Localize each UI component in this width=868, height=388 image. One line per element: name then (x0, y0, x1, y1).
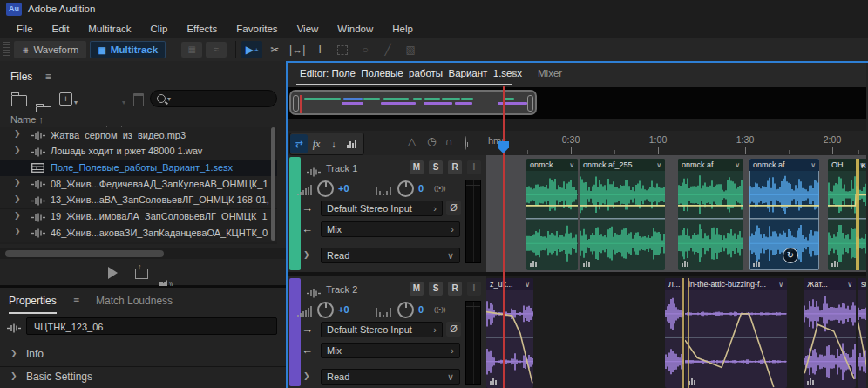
expand-chevron-icon[interactable]: ❯ (14, 194, 21, 203)
file-row[interactable]: ❯46_Жнив...аковаЗИ_ЗапКаданцеваОА_КЦНТК_… (0, 225, 277, 242)
audio-clip[interactable]: su... (858, 278, 866, 388)
route-icon[interactable]: ↓ (325, 134, 342, 153)
receive-icon[interactable]: ((•)) (434, 184, 445, 192)
files-tab[interactable]: Files (10, 71, 32, 83)
clip-gain-icon[interactable] (583, 261, 590, 267)
marker-pin-icon[interactable] (465, 137, 466, 149)
loop-icon[interactable]: ↻ (783, 248, 798, 263)
file-list-horizontal-scrollbar[interactable] (0, 248, 286, 259)
monitor-icon[interactable]: ∩ (445, 135, 453, 147)
phase-invert-button[interactable]: Ø (446, 322, 461, 337)
bus-select[interactable]: Mix› (321, 221, 460, 237)
menu-view[interactable]: View (288, 19, 329, 38)
toggle-clip-moving-icon[interactable]: ⇄ (290, 134, 308, 153)
volume-knob[interactable] (317, 180, 334, 197)
clip-gain-icon[interactable] (688, 378, 695, 385)
audio-clip[interactable]: onmck af...∨↻ (749, 159, 819, 270)
slip-tool[interactable]: |↔| (287, 41, 308, 58)
file-row[interactable]: ❯Жатва_серпом_из_видео.mp3 (0, 127, 277, 145)
metronome-icon[interactable]: △ (408, 135, 416, 147)
search-input[interactable]: ▾ (150, 90, 277, 107)
scrollbar-thumb[interactable] (5, 250, 164, 257)
track-color-strip[interactable] (289, 157, 301, 270)
file-row[interactable]: ❯19_Жнив...имоваЛА_ЗапСоловьевЛГ_ОНМЦК_1 (0, 209, 277, 227)
audio-clip[interactable]: Л... (665, 278, 684, 388)
match-loudness-tab[interactable]: Match Loudness (96, 295, 173, 307)
toolbar-grip[interactable] (3, 41, 10, 58)
menu-edit[interactable]: Edit (43, 19, 79, 38)
audio-clip[interactable]: onmck...∨ (526, 159, 578, 270)
menu-clip[interactable]: Clip (141, 19, 178, 38)
playhead-marker[interactable] (498, 141, 509, 153)
metering-icon[interactable] (342, 134, 360, 153)
solo-button[interactable]: S (429, 160, 443, 174)
clip-gain-icon[interactable] (753, 261, 760, 267)
file-row[interactable]: ❯08_Жнив...ФедичеваАД_ЗапКулевАВ_ОНМЦК_1 (0, 176, 277, 194)
phase-invert-button[interactable]: Ø (446, 201, 461, 215)
expand-chevron-icon[interactable]: ❯ (14, 129, 21, 138)
audio-clip[interactable]: in-the-attic-buzzing-f...∨ (685, 278, 787, 388)
menu-multitrack[interactable]: Multitrack (78, 19, 140, 38)
mute-button[interactable]: M (410, 282, 424, 296)
volume-value[interactable]: +0 (338, 183, 349, 194)
menu-help[interactable]: Help (383, 19, 423, 38)
automation-mode-select[interactable]: Read∨ (321, 369, 460, 385)
track-name[interactable]: Track 1 (326, 163, 357, 174)
pan-knob[interactable] (397, 180, 414, 197)
expand-chevron-icon[interactable]: ❯ (14, 178, 21, 187)
expand-chevron-icon[interactable]: ❯ (14, 146, 21, 154)
section-basic-settings[interactable]: ❯Basic Settings (0, 366, 286, 388)
input-select[interactable]: Default Stereo Input› (321, 322, 443, 337)
clip-gain-icon[interactable] (490, 378, 497, 385)
stretch-icon[interactable]: ◷ (427, 135, 436, 147)
volume-knob[interactable] (317, 302, 334, 318)
mute-button[interactable]: M (410, 160, 424, 174)
track-color-strip[interactable] (289, 278, 301, 386)
files-name-column-header[interactable]: Name ↑ (0, 112, 286, 126)
clip-gain-icon[interactable] (682, 261, 688, 267)
volume-value[interactable]: +0 (338, 304, 349, 315)
multitrack-view-button[interactable]: ▦ Multitrack (90, 41, 166, 58)
automation-expand-icon[interactable]: ❯ (303, 371, 310, 380)
audio-clip[interactable]: ОН...∨КЦ... (828, 159, 866, 270)
time-selection-tool[interactable]: I (309, 41, 330, 58)
input-monitor-button[interactable]: I (467, 282, 481, 296)
clip-gain-icon[interactable] (530, 261, 537, 267)
pan-value[interactable]: 0 (418, 304, 424, 315)
track-lane[interactable]: onmck...∨onmck af_255...∨onmck af...∨onm… (486, 155, 866, 272)
audio-clip[interactable]: z_uk...∨ (486, 278, 533, 388)
pan-value[interactable]: 0 (418, 183, 424, 194)
file-row[interactable]: ❯Лошадь ходит и ржет 48000 1.wav (0, 144, 277, 161)
files-panel-menu-icon[interactable]: ≡ (45, 71, 51, 83)
navigator-left-handle[interactable] (293, 95, 299, 112)
file-row[interactable]: ❯13_Жнив...аВА_ЗапСоловьевЛГ_ОНМЦК 168-0… (0, 193, 277, 210)
audio-clip[interactable]: onmck af_255...∨ (580, 159, 665, 270)
play-icon[interactable] (108, 267, 118, 279)
input-monitor-button[interactable]: I (467, 160, 481, 174)
fx-rack-icon[interactable]: fx (308, 134, 325, 153)
navigator-view-box[interactable] (289, 90, 537, 115)
editor-tab[interactable]: Editor: Поле_Полевые_работы_Вариант_1.se… (300, 68, 522, 78)
expand-chevron-icon[interactable]: ❯ (10, 349, 17, 357)
properties-panel-menu-icon[interactable]: ≡ (73, 295, 79, 307)
track-lane[interactable]: z_uk...∨Л...in-the-attic-buzzing-f...∨Жа… (486, 276, 866, 388)
expand-chevron-icon[interactable]: ❯ (10, 371, 17, 380)
expand-chevron-icon[interactable]: ❯ (14, 211, 21, 220)
new-content-caret-icon[interactable]: ▾ (74, 99, 78, 106)
file-row[interactable]: Поле_Полевые_работы_Вариант_1.sesx (0, 160, 277, 177)
razor-tool[interactable]: ✂ (264, 41, 285, 58)
clip-gain-icon[interactable] (831, 261, 838, 267)
export-icon[interactable] (135, 269, 148, 279)
audio-clip[interactable]: Жат...∨ (804, 278, 856, 388)
waveform-view-button[interactable]: ⧻ Waveform (14, 41, 86, 58)
solo-button[interactable]: S (429, 282, 443, 296)
track-separator[interactable] (288, 272, 866, 276)
receive-icon[interactable]: ((•)) (434, 305, 445, 313)
timeline-navigator[interactable] (288, 87, 866, 119)
audio-clip[interactable]: onmck af...∨ (678, 159, 743, 270)
automation-expand-icon[interactable]: ❯ (303, 250, 310, 259)
record-arm-button[interactable]: R (448, 282, 462, 296)
clip-gain-icon[interactable] (807, 378, 814, 385)
section-info[interactable]: ❯Info (0, 344, 286, 366)
track-name[interactable]: Track 2 (326, 284, 357, 295)
